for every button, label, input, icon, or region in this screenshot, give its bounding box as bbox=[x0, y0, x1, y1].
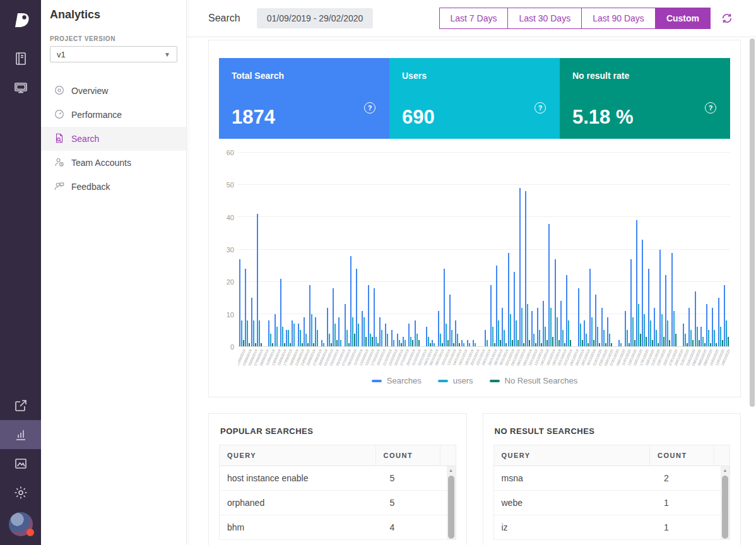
bar-no-result-searches[interactable] bbox=[634, 340, 635, 346]
bar-users[interactable] bbox=[527, 304, 528, 346]
bar-cluster[interactable] bbox=[531, 153, 536, 346]
bar-cluster[interactable] bbox=[595, 153, 600, 346]
bar-searches[interactable] bbox=[304, 317, 305, 346]
bar-searches[interactable] bbox=[688, 308, 690, 346]
bar-users[interactable] bbox=[708, 330, 709, 346]
bar-users[interactable] bbox=[340, 340, 341, 346]
bar-users[interactable] bbox=[300, 330, 301, 346]
bar-searches[interactable] bbox=[537, 308, 538, 346]
bar-cluster[interactable] bbox=[618, 153, 623, 346]
bar-no-result-searches[interactable] bbox=[372, 337, 373, 346]
bar-users[interactable] bbox=[650, 320, 651, 346]
bar-cluster[interactable] bbox=[245, 153, 250, 346]
date-range-picker[interactable]: 01/09/2019 - 29/02/2020 bbox=[257, 8, 374, 28]
bar-cluster[interactable] bbox=[432, 153, 437, 346]
bar-searches[interactable] bbox=[706, 304, 707, 346]
bar-users[interactable] bbox=[247, 320, 248, 346]
bar-users[interactable] bbox=[697, 327, 698, 346]
bar-cluster[interactable] bbox=[444, 153, 449, 346]
bar-no-result-searches[interactable] bbox=[582, 340, 583, 346]
bar-searches[interactable] bbox=[502, 308, 503, 346]
bar-no-result-searches[interactable] bbox=[722, 340, 723, 346]
bar-users[interactable] bbox=[375, 337, 377, 346]
bar-searches[interactable] bbox=[408, 324, 410, 346]
bar-users[interactable] bbox=[533, 334, 535, 346]
bar-cluster[interactable] bbox=[642, 153, 647, 346]
table-scrollbar[interactable]: ▲ bbox=[721, 466, 729, 540]
bar-searches[interactable] bbox=[525, 191, 526, 346]
bar-no-result-searches[interactable] bbox=[699, 340, 700, 346]
content-icon[interactable] bbox=[0, 44, 41, 73]
bar-searches[interactable] bbox=[374, 288, 375, 346]
bar-cluster[interactable] bbox=[397, 153, 402, 346]
bar-cluster[interactable] bbox=[654, 153, 659, 346]
bar-no-result-searches[interactable] bbox=[716, 343, 717, 346]
bar-cluster[interactable] bbox=[525, 153, 530, 346]
bar-searches[interactable] bbox=[519, 188, 521, 346]
bar-users[interactable] bbox=[656, 330, 657, 346]
bar-searches[interactable] bbox=[718, 298, 719, 346]
bar-no-result-searches[interactable] bbox=[535, 343, 536, 346]
bar-cluster[interactable] bbox=[584, 153, 589, 346]
bar-no-result-searches[interactable] bbox=[669, 340, 670, 346]
bar-users[interactable] bbox=[609, 334, 610, 346]
bar-users[interactable] bbox=[305, 334, 307, 346]
app-logo-icon[interactable] bbox=[8, 6, 33, 34]
bar-searches[interactable] bbox=[385, 324, 386, 346]
bar-cluster[interactable] bbox=[438, 153, 443, 346]
bar-cluster[interactable] bbox=[338, 153, 343, 346]
bar-cluster[interactable] bbox=[718, 153, 723, 346]
bar-cluster[interactable] bbox=[385, 153, 390, 346]
bar-users[interactable] bbox=[714, 330, 715, 346]
bar-users[interactable] bbox=[539, 330, 540, 346]
bar-no-result-searches[interactable] bbox=[605, 343, 606, 346]
bar-no-result-searches[interactable] bbox=[430, 343, 431, 346]
bar-searches[interactable] bbox=[636, 220, 637, 346]
bar-users[interactable] bbox=[632, 317, 634, 346]
bar-searches[interactable] bbox=[671, 253, 673, 346]
scroll-up-arrow-icon[interactable]: ▲ bbox=[449, 466, 453, 475]
bar-searches[interactable] bbox=[438, 311, 439, 346]
bar-searches[interactable] bbox=[455, 320, 456, 346]
bar-users[interactable] bbox=[323, 343, 324, 346]
media-icon[interactable] bbox=[0, 449, 41, 478]
bar-no-result-searches[interactable] bbox=[354, 334, 355, 346]
bar-cluster[interactable] bbox=[368, 153, 373, 346]
table-scrollbar-thumb[interactable] bbox=[448, 476, 454, 539]
bar-searches[interactable] bbox=[426, 327, 427, 346]
bar-users[interactable] bbox=[638, 304, 639, 346]
bar-searches[interactable] bbox=[584, 320, 585, 346]
bar-cluster[interactable] bbox=[315, 153, 320, 346]
bar-users[interactable] bbox=[416, 334, 418, 346]
bar-cluster[interactable] bbox=[280, 153, 285, 346]
bar-searches[interactable] bbox=[555, 259, 556, 346]
bar-cluster[interactable] bbox=[496, 153, 501, 346]
bar-cluster[interactable] bbox=[671, 153, 676, 346]
bar-searches[interactable] bbox=[560, 301, 562, 346]
bar-cluster[interactable] bbox=[700, 153, 706, 346]
bar-users[interactable] bbox=[288, 330, 289, 346]
bar-searches[interactable] bbox=[578, 288, 579, 346]
bar-searches[interactable] bbox=[665, 275, 666, 346]
bar-searches[interactable] bbox=[397, 334, 398, 346]
bar-cluster[interactable] bbox=[467, 153, 472, 346]
analytics-icon[interactable] bbox=[0, 420, 41, 449]
bar-no-result-searches[interactable] bbox=[675, 334, 676, 346]
bar-no-result-searches[interactable] bbox=[646, 337, 647, 346]
bar-cluster[interactable] bbox=[607, 153, 612, 346]
table-scrollbar[interactable]: ▲ bbox=[447, 466, 456, 540]
bar-no-result-searches[interactable] bbox=[290, 343, 291, 346]
bar-cluster[interactable] bbox=[268, 153, 273, 346]
bar-no-result-searches[interactable] bbox=[629, 343, 630, 346]
bar-cluster[interactable] bbox=[636, 153, 641, 346]
bar-no-result-searches[interactable] bbox=[313, 343, 314, 346]
bar-cluster[interactable] bbox=[543, 153, 548, 346]
count-column-header[interactable]: COUNT bbox=[376, 445, 440, 466]
bar-cluster[interactable] bbox=[648, 153, 653, 346]
bar-searches[interactable] bbox=[309, 285, 310, 346]
bar-no-result-searches[interactable] bbox=[331, 343, 332, 346]
bar-searches[interactable] bbox=[548, 224, 550, 346]
bar-no-result-searches[interactable] bbox=[710, 343, 711, 346]
bar-users[interactable] bbox=[329, 334, 330, 346]
bar-users[interactable] bbox=[580, 324, 581, 346]
